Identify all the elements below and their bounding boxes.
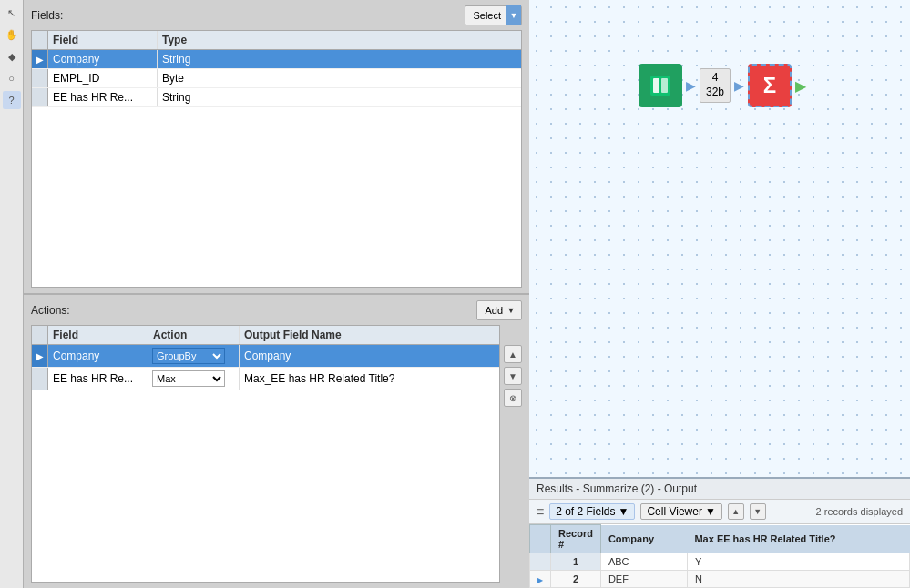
hand-icon[interactable]: ✋ [3, 25, 21, 44]
results-table: Record # Company Max EE has HR Related T… [529, 524, 910, 588]
fields-badge-arrow: ▼ [619, 505, 629, 518]
action-row-arrow [32, 368, 48, 390]
fields-section-header: Fields: Select ▼ [31, 5, 522, 25]
table-row[interactable]: 1 ABC Y [530, 553, 910, 571]
table-row[interactable]: EE has HR Re... String [32, 88, 521, 107]
input-node[interactable] [639, 64, 682, 107]
nav-up-button[interactable]: ▲ [728, 503, 744, 520]
fields-section: Fields: Select ▼ Field Type ▶ Company St… [24, 0, 529, 293]
question-icon[interactable]: ? [3, 91, 21, 109]
row-number: 1 [551, 553, 601, 571]
move-up-button[interactable]: ▲ [504, 345, 522, 363]
fields-badge[interactable]: 2 of 2 Fields ▼ [549, 503, 635, 520]
move-down-button[interactable]: ▼ [504, 367, 522, 385]
fields-title: Fields: [31, 9, 63, 22]
action-row-action-cell[interactable]: GroupBy Max Min Sum Count [148, 345, 240, 367]
action-row-output-value: Company [240, 347, 499, 365]
actions-side-buttons: ▲ ▼ ⊗ [504, 325, 522, 583]
cursor-icon[interactable]: ↖ [3, 4, 21, 22]
action-row-field-value: EE has HR Re... [48, 370, 148, 388]
action-table-row[interactable]: EE has HR Re... Max Min GroupBy Sum Coun… [32, 368, 499, 390]
summarize-node[interactable]: Σ [748, 64, 792, 107]
row-indicator-cell [530, 553, 551, 571]
row-field-value: Company [48, 50, 158, 68]
count-display: 4 32b [700, 68, 731, 102]
sidebar: ↖ ✋ ◆ ○ ? [0, 0, 24, 588]
header-arrow-col [32, 31, 48, 49]
row-type-value: String [158, 50, 249, 68]
cell-viewer-label: Cell Viewer [647, 505, 701, 518]
select-dropdown-arrow[interactable]: ▼ [506, 5, 521, 25]
count-size: 32b [706, 86, 724, 100]
cell-viewer-button[interactable]: Cell Viewer ▼ [640, 503, 721, 520]
action-row-output-value: Max_EE has HR Related Title? [240, 370, 499, 388]
actions-table: Field Action Output Field Name ▶ Company… [31, 325, 500, 583]
row-field-value: EE has HR Re... [48, 88, 158, 106]
results-panel: Results - Summarize (2) - Output ≡ 2 of … [529, 477, 910, 588]
th-record-num: Record # [551, 525, 601, 553]
th-indicator [530, 525, 551, 553]
workflow-nodes: ▶ 4 32b ▶ Σ ▶ [639, 64, 808, 107]
connector-arrow-1: ▶ [684, 78, 698, 93]
list-view-icon[interactable]: ≡ [537, 504, 544, 519]
company-cell: DEF [600, 571, 687, 588]
row-arrow-icon: ▶ [32, 50, 48, 68]
action-row-field-value: Company [48, 347, 148, 365]
right-panel: ▶ 4 32b ▶ Σ ▶ [529, 0, 910, 588]
output-connector: ▶ [793, 77, 808, 95]
actions-table-wrapper: Field Action Output Field Name ▶ Company… [31, 325, 522, 583]
row-type-value: String [158, 88, 249, 106]
row-arrow-icon [32, 69, 48, 87]
action-row-action-cell[interactable]: Max Min GroupBy Sum Count [148, 368, 240, 390]
action-header-field: Field [48, 326, 148, 344]
table-row[interactable]: EMPL_ID Byte [32, 69, 521, 88]
svg-rect-2 [661, 78, 668, 93]
action-table-row[interactable]: ▶ Company GroupBy Max Min Sum Count Comp [32, 345, 499, 368]
th-company: Company [600, 525, 687, 553]
action-header-output: Output Field Name [240, 326, 499, 344]
row-type-value: Byte [158, 69, 249, 87]
viewer-dropdown-arrow: ▼ [705, 505, 716, 518]
add-button[interactable]: Add ▼ [476, 300, 522, 320]
add-dropdown-arrow[interactable]: ▼ [505, 300, 517, 320]
connector-arrow-2: ▶ [732, 78, 746, 93]
action-groupby-select[interactable]: GroupBy Max Min Sum Count [152, 348, 225, 364]
max-ee-cell: N [687, 571, 909, 588]
fields-badge-label: 2 of 2 Fields [556, 505, 615, 518]
max-ee-cell: Y [687, 553, 909, 571]
remove-button[interactable]: ⊗ [504, 389, 522, 407]
row-play-icon: ▶ [537, 576, 543, 584]
count-node: 4 32b [700, 68, 731, 102]
th-max-ee: Max EE has HR Related Title? [687, 525, 909, 553]
nav-down-button[interactable]: ▼ [750, 503, 766, 520]
actions-section: Actions: Add ▼ Field Action Output Field… [24, 293, 529, 588]
add-button-label: Add [481, 305, 505, 316]
row-arrow-icon [32, 88, 48, 106]
fields-table: Field Type ▶ Company String EMPL_ID Byte [31, 30, 522, 288]
row-number: 2 [551, 571, 601, 588]
actions-section-header: Actions: Add ▼ [31, 300, 522, 320]
fields-table-header: Field Type [32, 31, 521, 50]
company-cell: ABC [600, 553, 687, 571]
table-row[interactable]: ▶ Company String [32, 50, 521, 69]
actions-title: Actions: [31, 304, 70, 317]
select-button[interactable]: Select ▼ [465, 5, 522, 25]
actions-table-header: Field Action Output Field Name [32, 326, 499, 345]
book-icon [639, 64, 682, 107]
header-field-col: Field [48, 31, 158, 49]
diamond-icon[interactable]: ◆ [3, 47, 21, 66]
action-row-arrow: ▶ [32, 345, 48, 367]
table-row[interactable]: ▶ 2 DEF N [530, 571, 910, 588]
circle-icon[interactable]: ○ [3, 69, 21, 87]
row-field-value: EMPL_ID [48, 69, 158, 87]
sigma-icon: Σ [748, 64, 792, 107]
action-max-select[interactable]: Max Min GroupBy Sum Count [152, 370, 225, 387]
action-header-arrow [32, 326, 48, 344]
action-header-action: Action [148, 326, 240, 344]
header-type-col: Type [158, 31, 249, 49]
select-button-label: Select [469, 10, 506, 21]
results-header: Results - Summarize (2) - Output [529, 479, 910, 500]
canvas-area[interactable]: ▶ 4 32b ▶ Σ ▶ [529, 0, 910, 477]
left-panel: Fields: Select ▼ Field Type ▶ Company St… [24, 0, 529, 588]
count-value: 4 [706, 71, 724, 86]
